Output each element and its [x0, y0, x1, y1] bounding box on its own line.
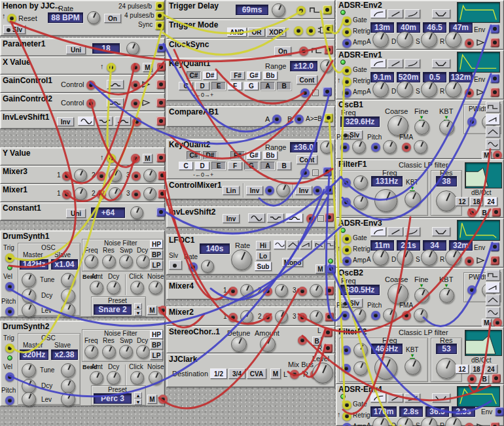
in-port[interactable] — [131, 99, 140, 108]
out-port[interactable] — [158, 395, 168, 404]
amp-port[interactable] — [342, 39, 351, 48]
in-port[interactable] — [107, 63, 116, 72]
module-title[interactable]: DrumSynth2 — [3, 322, 49, 331]
bp-button[interactable]: BP — [150, 340, 163, 349]
dest-12-button[interactable]: 1/2 — [210, 368, 227, 379]
out-port[interactable] — [156, 43, 166, 52]
reset-port[interactable] — [7, 14, 16, 23]
module-title[interactable]: StereoChor..1 — [169, 327, 220, 336]
out-port[interactable] — [323, 167, 332, 176]
bend-dcy-knob[interactable] — [107, 281, 120, 294]
value-display[interactable]: 18 — [92, 43, 120, 54]
out-port[interactable] — [325, 286, 334, 295]
out-port[interactable] — [490, 38, 499, 47]
pwidth-port[interactable] — [467, 285, 477, 294]
uni-button[interactable]: Uni — [66, 45, 86, 54]
range-knob[interactable] — [320, 60, 333, 73]
slave-button[interactable]: Slv — [3, 25, 26, 34]
release-knob[interactable] — [445, 31, 461, 48]
module-title[interactable]: GainControl1 — [3, 76, 52, 85]
amp-port[interactable] — [342, 423, 351, 426]
release-knob[interactable] — [445, 81, 461, 98]
wave-sine-button[interactable] — [486, 307, 500, 318]
lp-button[interactable]: LP — [150, 260, 163, 270]
module-title[interactable]: GainControl2 — [3, 94, 52, 103]
pitch2-knob[interactable] — [383, 140, 397, 154]
curve-lin-button[interactable] — [387, 227, 403, 236]
left-port[interactable] — [290, 370, 299, 379]
lev2-knob[interactable] — [61, 392, 75, 406]
pitch2-knob[interactable] — [383, 308, 397, 322]
module-title[interactable]: ADSR-Env2 — [338, 1, 382, 10]
tune-knob[interactable] — [61, 273, 75, 287]
decay-knob[interactable] — [397, 417, 413, 426]
decay-display[interactable]: 2.8s — [399, 406, 423, 417]
curve-log-button[interactable] — [370, 9, 386, 18]
out-port[interactable] — [156, 116, 166, 126]
value-knob[interactable] — [126, 42, 139, 55]
in3-port[interactable] — [298, 313, 307, 322]
pulses4-out-port[interactable] — [155, 11, 164, 20]
env-out-port[interactable] — [495, 407, 504, 416]
b-port[interactable] — [295, 115, 304, 124]
curve-adsr-button[interactable] — [432, 393, 450, 402]
in-port[interactable] — [297, 6, 306, 15]
level1-knob[interactable] — [240, 310, 253, 323]
curve-adsr-button[interactable] — [432, 9, 450, 18]
xor-button[interactable]: XOR — [266, 27, 286, 37]
curve-exp-button[interactable] — [405, 9, 420, 18]
bypass-button[interactable]: B — [480, 375, 489, 383]
res-knob[interactable] — [436, 190, 457, 211]
master-freq-display[interactable]: 320Hz — [20, 349, 48, 360]
sustain-knob[interactable] — [421, 81, 437, 98]
key-fsharp[interactable]: F# — [230, 151, 245, 160]
kbt-knob[interactable] — [439, 120, 454, 135]
release-display[interactable]: 2.3s — [452, 406, 475, 417]
attack-display[interactable]: 170m — [370, 406, 397, 417]
level1-knob[interactable] — [74, 169, 87, 182]
nf-swp-knob[interactable] — [119, 345, 133, 359]
curve-lin-button[interactable] — [387, 59, 403, 68]
rate-display[interactable]: 140s — [200, 243, 230, 254]
dcy2-knob[interactable] — [61, 379, 75, 393]
and-button[interactable]: AND — [227, 27, 247, 37]
trig-port[interactable] — [5, 344, 14, 353]
level2-knob[interactable] — [275, 310, 288, 323]
key-f[interactable]: F — [228, 82, 242, 90]
control-port[interactable] — [86, 80, 96, 90]
res-display[interactable]: 53 — [436, 344, 457, 354]
key-fsharp[interactable]: F# — [230, 71, 245, 80]
module-title[interactable]: Henon by JJC.. — [3, 1, 60, 10]
in1-port[interactable] — [228, 313, 238, 322]
inv-button[interactable]: Inv — [223, 214, 240, 223]
key-csharp[interactable]: C# — [187, 151, 201, 160]
wave-tri-button[interactable] — [486, 294, 500, 306]
value-knob[interactable] — [130, 206, 143, 219]
module-title[interactable]: CompareAB1 — [169, 107, 219, 116]
rate-port[interactable] — [189, 262, 198, 272]
module-title[interactable]: Mixer1 — [3, 185, 27, 194]
hp-button[interactable]: HP — [150, 240, 163, 249]
detune-knob[interactable] — [231, 336, 247, 352]
release-knob[interactable] — [445, 249, 461, 266]
fine-knob[interactable] — [414, 120, 429, 135]
retrig-port[interactable] — [342, 245, 351, 255]
pitch-port[interactable] — [5, 307, 14, 316]
cont-button[interactable]: Cont — [297, 75, 317, 84]
mono-button[interactable]: Mono — [282, 258, 303, 267]
module-title[interactable]: ADSR-Env3 — [338, 219, 382, 228]
hp-button[interactable]: HP — [150, 330, 163, 339]
decay-display[interactable]: 40m — [397, 22, 420, 33]
in-port[interactable] — [107, 154, 116, 163]
curve-adsr-button[interactable] — [432, 59, 450, 68]
out-port[interactable] — [325, 312, 334, 321]
noise-knob[interactable] — [149, 281, 162, 294]
click-knob[interactable] — [130, 371, 144, 385]
wave-square-button[interactable] — [486, 101, 500, 113]
nf-dcy-knob[interactable] — [136, 255, 150, 268]
retrig-port[interactable] — [342, 77, 351, 86]
osc-dcy-knob[interactable] — [22, 289, 36, 303]
wave-sawdn-button[interactable] — [313, 240, 325, 249]
res-display[interactable]: 38 — [436, 176, 457, 186]
click-knob[interactable] — [130, 281, 144, 294]
